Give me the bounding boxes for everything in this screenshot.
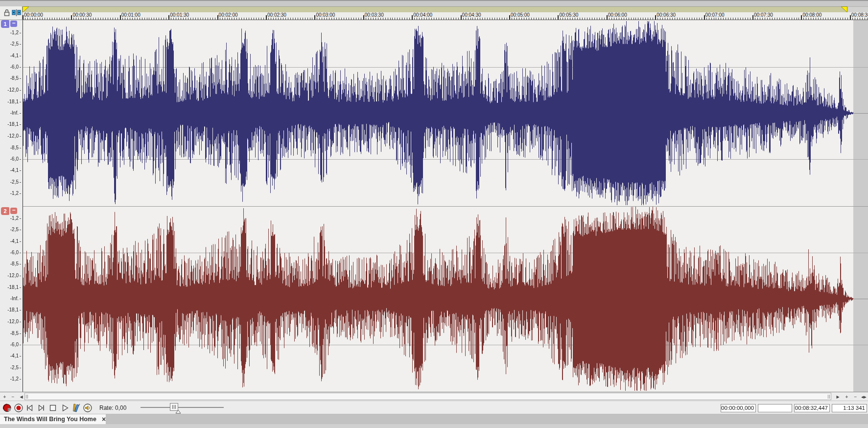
ruler-minor-tick [371, 18, 371, 20]
document-tab[interactable]: The Winds Will Bring You Home × [0, 414, 106, 424]
scrollbar-thumb[interactable] [24, 393, 831, 400]
ruler-minor-tick [140, 18, 140, 20]
ruler-minor-tick [346, 18, 347, 20]
loop-region-bar[interactable] [23, 6, 847, 12]
ruler-minor-tick [380, 18, 381, 20]
ruler-minor-tick [147, 18, 147, 20]
ruler-minor-tick [251, 18, 252, 20]
close-tab-icon[interactable]: × [102, 415, 106, 424]
ruler-minor-tick [426, 18, 427, 20]
db-scale-tick [20, 102, 21, 102]
ruler-minor-tick [361, 18, 361, 20]
ruler-minor-tick [37, 18, 38, 20]
ruler-minor-tick [448, 18, 449, 20]
record-remote-button[interactable] [2, 403, 13, 413]
ruler-time-label: 00:01:00 [121, 12, 141, 18]
ruler-minor-tick [609, 18, 610, 20]
ruler-minor-tick [383, 18, 383, 20]
ruler-minor-tick [186, 18, 186, 20]
ruler-minor-tick [657, 18, 658, 20]
db-scale-label: -12,0 [7, 133, 19, 139]
zoom-ratio-field[interactable]: 1:13 341 [832, 404, 867, 412]
rate-slider-track[interactable] [141, 407, 224, 408]
zoom-out-button-right[interactable]: − [852, 393, 859, 400]
ruler-minor-tick [616, 18, 617, 20]
ruler-minor-tick [385, 18, 386, 20]
channel-2-remove-button[interactable]: − [10, 208, 17, 214]
db-scale-label: -2,5 [10, 41, 19, 47]
ruler-minor-tick [409, 18, 410, 20]
ruler-minor-tick [397, 18, 398, 20]
ruler-minor-tick [446, 18, 446, 20]
ruler-minor-tick [570, 18, 570, 20]
ruler-minor-tick [417, 18, 417, 20]
ruler-minor-tick [434, 18, 434, 20]
ruler-minor-tick [57, 18, 57, 20]
ruler-minor-tick [867, 18, 868, 20]
cursor-position-field[interactable]: 00:00:00,000 [721, 404, 756, 412]
audio-device-icon[interactable] [12, 8, 21, 17]
ruler-corner [0, 6, 23, 20]
ruler-minor-tick [689, 18, 690, 20]
db-scale-label: -6,0 [10, 64, 19, 70]
ruler-minor-tick [83, 18, 84, 20]
go-to-start-button[interactable] [24, 403, 35, 413]
play-button[interactable] [60, 403, 70, 413]
channel-2-badge[interactable]: 2 [1, 207, 9, 215]
selection-length-field[interactable]: 00:08:32,447 [794, 404, 830, 412]
ruler-minor-tick [258, 18, 259, 20]
db-scale-tick [20, 276, 21, 276]
zoom-in-button-right[interactable]: + [843, 393, 850, 400]
zoom-in-button-left[interactable]: + [1, 393, 8, 400]
ruler-minor-tick [52, 18, 52, 20]
ruler-minor-tick [619, 18, 619, 20]
ruler-minor-tick [392, 18, 393, 20]
record-button[interactable] [13, 403, 24, 413]
ruler-minor-tick [144, 18, 145, 20]
lock-icon[interactable] [3, 9, 10, 17]
stop-button[interactable] [47, 403, 58, 413]
ruler-minor-tick [582, 18, 583, 20]
ruler-minor-tick [767, 18, 768, 20]
scroll-right-button[interactable]: ▶ [834, 393, 842, 400]
edit-tool-button[interactable] [71, 403, 82, 413]
ruler-minor-tick [774, 18, 775, 20]
scroll-left-button[interactable]: ◀ [18, 393, 25, 400]
ruler-minor-tick [638, 18, 638, 20]
ruler-minor-tick [830, 18, 831, 20]
ruler-minor-tick [682, 18, 682, 20]
ruler-minor-tick [821, 18, 821, 20]
ruler-minor-tick [487, 18, 488, 20]
ruler-minor-tick [577, 18, 578, 20]
ruler-minor-tick [546, 18, 546, 20]
horizontal-scrollbar[interactable]: + − ◀ ▶ + − ◀▶ [0, 392, 868, 401]
ruler-minor-tick [684, 18, 685, 20]
ruler-minor-tick [860, 18, 860, 20]
ruler-major-tick [363, 15, 364, 20]
ruler-minor-tick [441, 18, 442, 20]
selection-end-field[interactable] [758, 404, 792, 412]
loop-playback-button[interactable] [82, 403, 93, 413]
ruler-minor-tick [857, 18, 858, 20]
ruler-major-tick [71, 15, 72, 20]
go-to-end-button[interactable] [36, 403, 47, 413]
zoom-fit-button[interactable]: ◀▶ [860, 393, 868, 400]
ruler-major-tick [217, 15, 218, 20]
ruler-minor-tick [256, 18, 257, 20]
ruler-major-tick [801, 15, 802, 20]
db-scale-tick [20, 368, 21, 368]
channel-1-remove-button[interactable]: − [10, 21, 17, 27]
channel-1-badge[interactable]: 1 [1, 20, 9, 28]
ruler-minor-tick [366, 18, 366, 20]
db-scale-tick [20, 56, 21, 56]
time-ruler[interactable]: 00:00:0000:00:3000:01:0000:01:3000:02:00… [23, 12, 868, 20]
ruler-minor-tick [390, 18, 391, 20]
ruler-minor-tick [215, 18, 215, 20]
zoom-out-button-left[interactable]: − [9, 393, 17, 400]
db-scale-label: -8,5 [10, 145, 19, 150]
ruler-major-tick [266, 15, 267, 20]
ruler-minor-tick [621, 18, 622, 20]
ruler-time-label: 00:05:30 [559, 12, 578, 18]
ruler-minor-tick [236, 18, 237, 20]
channel-divider [0, 206, 868, 207]
